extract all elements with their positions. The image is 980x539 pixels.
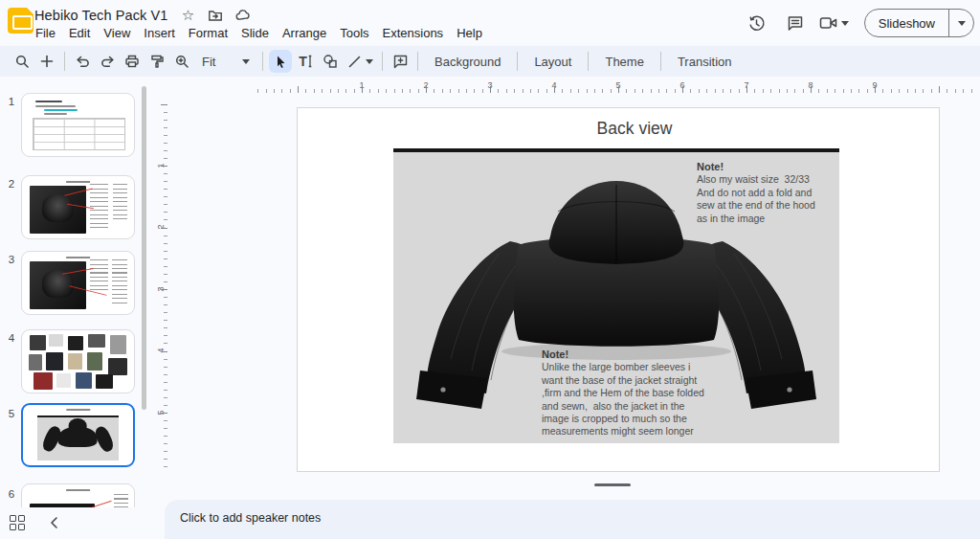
slide-2-thumbnail[interactable] bbox=[21, 175, 135, 239]
add-icon[interactable] bbox=[35, 50, 58, 73]
filmstrip-bottom-bar bbox=[0, 507, 163, 539]
meet-camera-icon[interactable] bbox=[819, 15, 849, 31]
slide-3-number: 3 bbox=[6, 254, 17, 265]
grid-view-icon[interactable] bbox=[10, 515, 25, 530]
speaker-notes-panel[interactable]: Click to add speaker notes bbox=[165, 500, 980, 539]
print-icon[interactable] bbox=[121, 50, 144, 73]
slide-2-number: 2 bbox=[6, 178, 17, 190]
top-bar: Hebiko Tech Pack V1 ☆ File Edit View Ins… bbox=[0, 0, 980, 46]
image-top-border bbox=[393, 148, 839, 152]
zoom-select[interactable]: Fit bbox=[196, 50, 256, 73]
ruler-horizontal: 1 2 3 4 5 6 7 8 9 bbox=[153, 80, 980, 94]
note-bottom[interactable]: Note! Unlike the large bomber sleeves i … bbox=[542, 348, 712, 438]
slide-canvas[interactable]: Back view bbox=[298, 108, 939, 471]
shape-icon[interactable] bbox=[319, 50, 342, 73]
zoom-caret-icon bbox=[242, 59, 250, 64]
document-title[interactable]: Hebiko Tech Pack V1 bbox=[34, 8, 167, 23]
cloud-saved-icon[interactable] bbox=[235, 8, 251, 23]
transition-button[interactable]: Transition bbox=[666, 50, 744, 73]
select-cursor-icon[interactable] bbox=[269, 50, 292, 73]
speaker-notes-placeholder[interactable]: Click to add speaker notes bbox=[180, 511, 321, 525]
note-bottom-heading: Note! bbox=[542, 348, 712, 361]
version-history-icon[interactable] bbox=[743, 9, 771, 37]
slide-3-thumbnail[interactable] bbox=[21, 251, 135, 315]
note-top[interactable]: Note! Also my waist size 32/33 And do no… bbox=[697, 161, 838, 225]
menu-slide[interactable]: Slide bbox=[234, 24, 276, 42]
slide-5-thumbnail-selected[interactable] bbox=[21, 403, 135, 467]
text-box-icon[interactable]: T bbox=[294, 50, 317, 73]
notes-resize-handle[interactable] bbox=[594, 483, 631, 486]
camera-caret-icon[interactable] bbox=[841, 21, 849, 26]
menu-edit[interactable]: Edit bbox=[62, 24, 97, 42]
line-icon[interactable] bbox=[344, 50, 376, 73]
menu-file[interactable]: File bbox=[29, 24, 62, 42]
menu-tools[interactable]: Tools bbox=[333, 24, 375, 42]
ruler-vertical: 1 2 3 4 5 bbox=[155, 96, 168, 471]
menu-extensions[interactable]: Extensions bbox=[376, 24, 451, 42]
zoom-in-icon[interactable] bbox=[170, 50, 193, 73]
note-top-heading: Note! bbox=[697, 161, 838, 173]
menu-bar: File Edit View Insert Format Slide Arran… bbox=[29, 24, 489, 42]
slideshow-button[interactable]: Slideshow bbox=[865, 10, 948, 36]
background-button[interactable]: Background bbox=[423, 50, 512, 73]
slide-1-number: 1 bbox=[6, 96, 17, 107]
slide-4-thumbnail[interactable] bbox=[21, 329, 135, 393]
undo-icon[interactable] bbox=[71, 50, 94, 73]
slide-6-number: 6 bbox=[6, 488, 17, 500]
slideshow-caret-button[interactable] bbox=[948, 10, 973, 36]
jacket-back-image[interactable]: Note! Also my waist size 32/33 And do no… bbox=[393, 148, 839, 443]
comments-icon[interactable] bbox=[781, 9, 810, 37]
line-caret-icon bbox=[366, 59, 373, 64]
move-folder-icon[interactable] bbox=[208, 8, 223, 23]
slide-4-number: 4 bbox=[6, 332, 17, 344]
star-icon[interactable]: ☆ bbox=[180, 8, 195, 23]
redo-icon[interactable] bbox=[96, 50, 119, 73]
slide-5-number: 5 bbox=[6, 408, 17, 419]
zoom-value: Fit bbox=[202, 55, 215, 69]
slideshow-button-group: Slideshow bbox=[864, 9, 974, 37]
theme-button[interactable]: Theme bbox=[593, 50, 655, 73]
add-comment-icon[interactable] bbox=[389, 50, 412, 73]
menu-arrange[interactable]: Arrange bbox=[276, 24, 333, 42]
slide-1-thumbnail[interactable] bbox=[21, 93, 135, 157]
menu-insert[interactable]: Insert bbox=[137, 24, 182, 42]
search-icon[interactable] bbox=[11, 50, 33, 73]
slide-title[interactable]: Back view bbox=[298, 119, 939, 139]
menu-format[interactable]: Format bbox=[182, 24, 234, 42]
menu-help[interactable]: Help bbox=[450, 24, 489, 42]
paint-format-icon[interactable] bbox=[145, 50, 168, 73]
menu-view[interactable]: View bbox=[97, 24, 137, 42]
toolbar: Fit T Background Layout Theme Trans bbox=[0, 46, 980, 77]
collapse-filmstrip-icon[interactable] bbox=[46, 515, 61, 530]
layout-button[interactable]: Layout bbox=[523, 50, 583, 73]
filmstrip-scrollbar[interactable] bbox=[142, 86, 146, 410]
